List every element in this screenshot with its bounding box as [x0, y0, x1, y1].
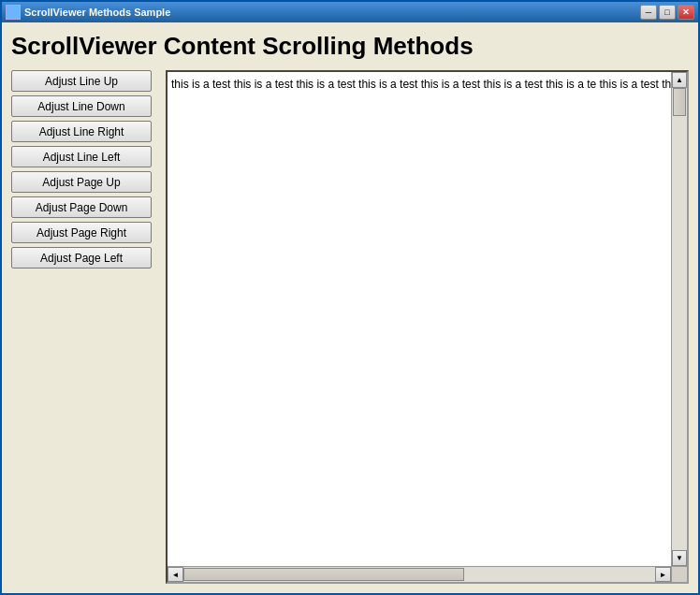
main-window: ScrollViewer Methods Sample ─ □ ✕ Scroll…	[0, 0, 700, 595]
main-area: Adjust Line Up Adjust Line Down Adjust L…	[11, 70, 689, 584]
adjust-line-up-button[interactable]: Adjust Line Up	[11, 70, 152, 92]
adjust-page-left-button[interactable]: Adjust Page Left	[11, 247, 152, 268]
adjust-page-up-button[interactable]: Adjust Page Up	[11, 171, 152, 193]
adjust-line-left-button[interactable]: Adjust Line Left	[11, 146, 152, 167]
title-bar-buttons: ─ □ ✕	[640, 5, 694, 20]
scroll-left-button[interactable]: ◄	[168, 567, 183, 582]
scroll-text: this is a test this is a test this is a …	[168, 72, 671, 96]
window-content: ScrollViewer Content Scrolling Methods A…	[2, 22, 698, 593]
maximize-button[interactable]: □	[659, 5, 676, 20]
scroll-up-button[interactable]: ▲	[672, 72, 687, 88]
adjust-line-right-button[interactable]: Adjust Line Right	[11, 121, 152, 142]
hscroll-track[interactable]	[183, 567, 655, 582]
close-button[interactable]: ✕	[678, 5, 694, 20]
scrollbar-corner	[671, 566, 687, 582]
buttons-panel: Adjust Line Up Adjust Line Down Adjust L…	[11, 70, 156, 584]
adjust-page-down-button[interactable]: Adjust Page Down	[11, 196, 152, 218]
hscroll-thumb[interactable]	[183, 568, 464, 581]
window-icon	[6, 5, 21, 20]
scroll-down-button[interactable]: ▼	[672, 550, 687, 566]
vertical-scrollbar[interactable]: ▲ ▼	[671, 72, 687, 566]
scroll-right-button[interactable]: ►	[655, 567, 671, 582]
minimize-button[interactable]: ─	[640, 5, 657, 20]
scroll-viewer[interactable]: this is a test this is a test this is a …	[166, 70, 689, 584]
adjust-page-right-button[interactable]: Adjust Page Right	[11, 222, 152, 243]
horizontal-scrollbar[interactable]: ◄ ►	[168, 566, 671, 582]
title-bar: ScrollViewer Methods Sample ─ □ ✕	[2, 2, 698, 22]
window-title: ScrollViewer Methods Sample	[24, 7, 640, 18]
adjust-line-down-button[interactable]: Adjust Line Down	[11, 95, 152, 117]
page-title: ScrollViewer Content Scrolling Methods	[11, 32, 689, 61]
vscroll-track[interactable]	[672, 88, 687, 550]
vscroll-thumb[interactable]	[673, 88, 686, 116]
scroll-content-area: this is a test this is a test this is a …	[168, 72, 671, 566]
